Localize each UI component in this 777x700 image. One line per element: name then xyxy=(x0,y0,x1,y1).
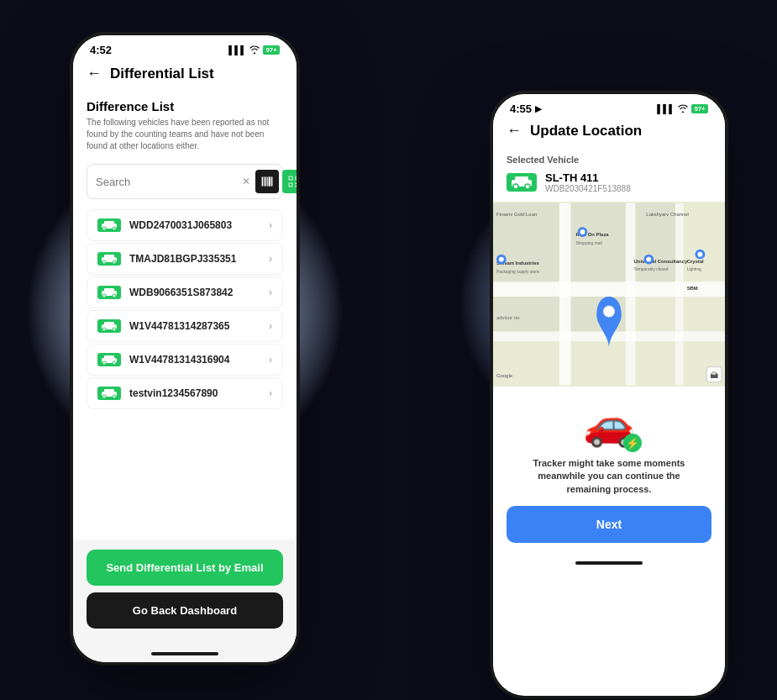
home-indicator-right xyxy=(493,555,725,571)
svg-rect-4 xyxy=(269,176,270,186)
vehicle-card-icon xyxy=(507,173,537,192)
content-area-left: Difference List The following vehicles h… xyxy=(73,89,297,539)
barcode-icon xyxy=(260,175,274,188)
chevron-icon-0: › xyxy=(269,219,272,231)
qr-icon-btn[interactable] xyxy=(282,170,297,193)
vehicle-item-0[interactable]: WDD2470031J065803 › xyxy=(87,209,283,241)
svg-rect-38 xyxy=(104,389,114,393)
search-clear-icon[interactable]: ✕ xyxy=(242,176,250,187)
vin-2: WDB9066351S873842 xyxy=(129,287,260,298)
svg-text:Lakshyarv Channel: Lakshyarv Channel xyxy=(646,212,689,217)
nav-title-left: Differential List xyxy=(110,66,214,82)
vin-0: WDD2470031J065803 xyxy=(129,219,260,231)
svg-rect-0 xyxy=(262,176,264,186)
svg-point-43 xyxy=(513,184,518,189)
svg-point-39 xyxy=(102,395,106,398)
next-button[interactable]: Next xyxy=(507,506,711,543)
status-icons-right: ▌▌▌ 97+ xyxy=(657,104,708,114)
svg-point-76 xyxy=(697,252,702,257)
svg-rect-7 xyxy=(289,176,291,179)
search-bar: ✕ xyxy=(87,164,283,199)
svg-rect-42 xyxy=(515,176,528,182)
tracker-section: 🚗 ⚡ Tracker might take some moments mean… xyxy=(493,387,725,506)
svg-rect-11 xyxy=(289,183,291,186)
svg-text:Temporarily closed: Temporarily closed xyxy=(634,267,669,271)
vehicle-icon-3 xyxy=(97,319,121,333)
vehicle-item-1[interactable]: TMAJD81BGPJ335351 › xyxy=(87,243,283,275)
svg-point-20 xyxy=(113,227,116,230)
vehicle-list: WDD2470031J065803 › TMAJD81BGP xyxy=(87,209,283,409)
svg-text:Shopping mall: Shopping mall xyxy=(576,241,602,245)
svg-rect-30 xyxy=(104,322,114,326)
svg-rect-12 xyxy=(296,183,297,185)
tracker-icon-wrap: 🚗 ⚡ xyxy=(583,400,635,449)
status-icons-left: ▌▌▌ 97+ xyxy=(228,45,280,55)
vehicle-icon-0 xyxy=(97,218,121,232)
section-desc: The following vehicles have been reporte… xyxy=(87,117,283,152)
send-email-button[interactable]: Send Differential List by Email xyxy=(87,550,283,586)
car-icon-1 xyxy=(100,254,118,264)
go-back-button[interactable]: Go Back Dashboard xyxy=(87,592,283,629)
home-bar-right xyxy=(575,561,643,565)
vin-4: W1V44781314316904 xyxy=(129,354,260,366)
vehicle-icon-4 xyxy=(97,353,121,366)
scene: 4:52 ▌▌▌ 97+ ← Differential Lis xyxy=(0,0,777,700)
vehicle-item-3[interactable]: W1V44781314287365 › xyxy=(87,310,283,342)
svg-point-72 xyxy=(646,257,651,262)
svg-text:Google: Google xyxy=(496,373,513,378)
battery-badge-right: 97+ xyxy=(691,104,708,113)
svg-text:Lighting: Lighting xyxy=(687,267,701,271)
selected-label: Selected Vehicle xyxy=(507,155,711,165)
search-input[interactable] xyxy=(96,176,237,188)
wifi-icon-left xyxy=(249,45,260,55)
svg-text:SBM: SBM xyxy=(687,286,698,291)
svg-rect-34 xyxy=(104,355,114,360)
search-icons xyxy=(255,170,297,193)
back-arrow-left[interactable]: ← xyxy=(87,65,102,82)
tracker-text: Tracker might take some moments meanwhil… xyxy=(525,457,693,496)
vehicle-card-info: SL-TH 411 WDB2030421F513888 xyxy=(545,171,631,193)
svg-point-24 xyxy=(113,261,116,264)
svg-text:Crystal: Crystal xyxy=(687,259,704,264)
car-icon-right xyxy=(510,176,533,189)
vin-5: testvin1234567890 xyxy=(129,387,260,399)
svg-point-74 xyxy=(499,257,504,262)
svg-rect-50 xyxy=(675,203,684,386)
vehicle-item-4[interactable]: W1V44781314316904 › xyxy=(87,344,283,376)
vehicle-item-2[interactable]: WDB9066351S873842 › xyxy=(87,276,283,308)
car-icon-3 xyxy=(100,321,118,331)
phone-left: 4:52 ▌▌▌ 97+ ← Differential Lis xyxy=(71,34,298,664)
wifi-icon-right xyxy=(678,104,688,114)
svg-point-31 xyxy=(102,328,106,331)
vin-1: TMAJD81BGPJ335351 xyxy=(129,253,260,265)
svg-text:Finserv Gold Loan: Finserv Gold Loan xyxy=(496,212,537,217)
svg-text:Packaging supply store: Packaging supply store xyxy=(496,270,539,274)
chevron-icon-2: › xyxy=(269,287,272,298)
barcode-icon-btn[interactable] xyxy=(255,170,279,193)
vehicle-item-5[interactable]: testvin1234567890 › xyxy=(87,377,283,409)
svg-rect-14 xyxy=(296,186,297,187)
svg-point-35 xyxy=(102,361,106,365)
nav-bar-left: ← Differential List xyxy=(73,60,297,89)
svg-point-19 xyxy=(102,227,106,230)
map-area[interactable]: Finserv Gold Loan Lakshyarv Channel Rise… xyxy=(493,202,725,387)
back-arrow-right[interactable]: ← xyxy=(507,122,522,139)
svg-point-77 xyxy=(603,306,615,318)
nav-bar-right: ← Update Location xyxy=(493,118,725,146)
svg-point-27 xyxy=(102,294,106,297)
map-svg: Finserv Gold Loan Lakshyarv Channel Rise… xyxy=(493,202,725,387)
svg-point-70 xyxy=(580,229,585,234)
battery-badge-left: 97+ xyxy=(263,45,280,55)
svg-rect-9 xyxy=(296,176,297,179)
car-icon-2 xyxy=(100,287,118,297)
section-title: Difference List xyxy=(87,99,283,113)
svg-point-36 xyxy=(113,361,116,365)
vehicle-vin-right: WDB2030421F513888 xyxy=(545,184,631,193)
car-icon-5 xyxy=(100,388,118,398)
chevron-icon-1: › xyxy=(269,253,272,265)
svg-rect-22 xyxy=(104,255,114,259)
home-indicator-left xyxy=(73,645,297,662)
qr-icon xyxy=(287,175,297,188)
time-left: 4:52 xyxy=(90,44,112,56)
phone-right: 4:55 ▶ ▌▌▌ 97+ ← xyxy=(491,92,727,697)
